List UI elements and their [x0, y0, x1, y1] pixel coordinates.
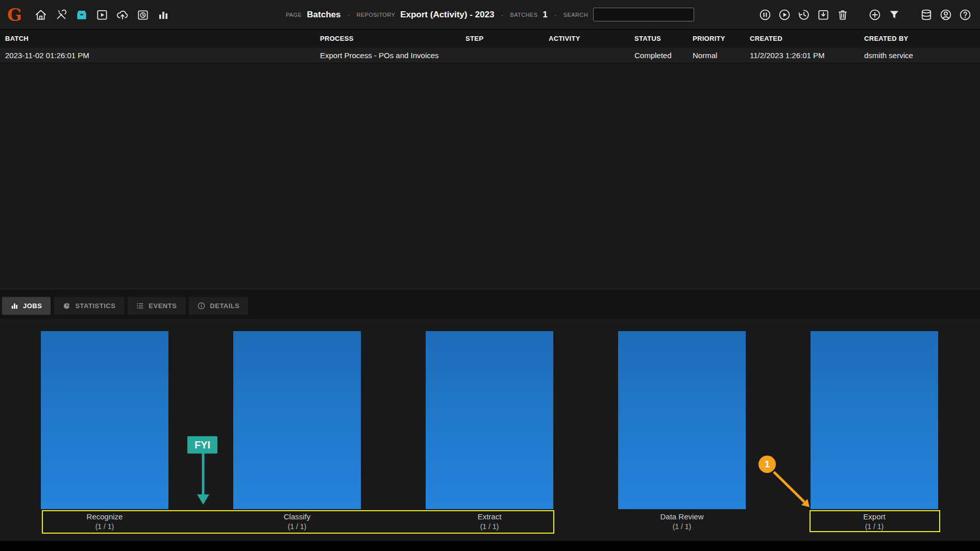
page-label: PAGE [286, 12, 302, 18]
grooper-logo[interactable]: G [7, 6, 22, 23]
job-bar[interactable] [41, 331, 168, 509]
cell-batch: 2023-11-02 01:26:01 PM [5, 51, 320, 60]
repositories-icon[interactable] [919, 7, 934, 22]
cloud-import-icon[interactable] [115, 7, 130, 22]
tools-icon[interactable] [54, 7, 69, 22]
play-icon[interactable] [777, 7, 792, 22]
column-header-process[interactable]: PROCESS [320, 35, 465, 42]
tab-label: STATISTICS [75, 302, 115, 310]
job-column-export: Export (1 / 1) [811, 331, 938, 531]
job-name: Export [811, 512, 938, 521]
batch-table-header: BATCH PROCESS STEP ACTIVITY STATUS PRIOR… [0, 30, 980, 47]
tab-label: DETAILS [210, 302, 239, 310]
tab-jobs[interactable]: JOBS [2, 297, 51, 315]
cell-process: Export Process - POs and Invoices [320, 51, 465, 60]
add-icon[interactable] [867, 7, 883, 22]
cell-status: Completed [634, 51, 693, 60]
main-nav [33, 7, 171, 22]
tab-events[interactable]: EVENTS [128, 297, 185, 315]
job-count: (1 / 1) [811, 522, 938, 531]
grooper-batches-screen: G [0, 0, 980, 551]
history-icon[interactable] [796, 7, 812, 22]
job-column-data-review: Data Review (1 / 1) [618, 331, 746, 531]
account-group [919, 7, 973, 22]
topbar-actions [757, 7, 973, 22]
job-name: Extract [426, 512, 553, 521]
fyi-arrow [197, 454, 209, 505]
bottom-strip [0, 541, 980, 551]
batches-count-value: 1 [543, 10, 547, 20]
stats-icon[interactable] [156, 7, 171, 22]
separator-dot: · [347, 10, 350, 19]
separator-dot: · [501, 10, 503, 19]
context-bar: PAGE Batches · REPOSITORY Export (Activi… [286, 8, 694, 21]
batches-icon[interactable] [74, 7, 89, 22]
job-bar[interactable] [618, 331, 746, 509]
topbar-left: G [7, 6, 171, 23]
bar-chart-icon [11, 302, 18, 310]
cell-created: 11/2/2023 1:26:01 PM [750, 51, 864, 60]
separator-dot: · [554, 10, 557, 19]
job-count: (1 / 1) [233, 522, 361, 531]
job-bar[interactable] [233, 331, 361, 509]
search-label: SEARCH [564, 12, 588, 18]
checkin-icon[interactable] [816, 7, 831, 22]
job-count: (1 / 1) [41, 522, 168, 531]
column-header-status[interactable]: STATUS [634, 35, 693, 42]
job-count: (1 / 1) [618, 522, 746, 531]
batch-list-empty-area [0, 63, 980, 289]
scheduled-icon[interactable] [135, 7, 151, 22]
job-name: Data Review [618, 512, 746, 521]
fyi-annotation-badge: FYI [187, 436, 217, 454]
column-header-activity[interactable]: ACTIVITY [549, 35, 634, 42]
batches-count-label: BATCHES [510, 12, 537, 18]
pie-chart-icon [63, 302, 70, 310]
step-number-badge: 1 [758, 456, 776, 473]
jobs-icon[interactable] [94, 7, 110, 22]
repository-label: REPOSITORY [356, 12, 395, 18]
page-value[interactable]: Batches [307, 10, 340, 20]
cell-created-by: dsmith service [864, 51, 980, 60]
jobs-panel: Recognize (1 / 1) Classify (1 / 1) Extra… [0, 319, 980, 541]
column-header-step[interactable]: STEP [465, 35, 549, 42]
delete-icon[interactable] [835, 7, 850, 22]
topbar: G [0, 0, 980, 30]
step1-arrow [774, 472, 810, 507]
tab-label: EVENTS [149, 302, 177, 310]
job-column-classify: Classify (1 / 1) [233, 331, 361, 531]
user-icon[interactable] [938, 7, 953, 22]
column-header-created-by[interactable]: CREATED BY [864, 35, 980, 42]
help-icon[interactable] [958, 7, 973, 22]
column-header-created[interactable]: CREATED [750, 35, 864, 42]
job-count: (1 / 1) [426, 522, 553, 531]
add-filter-group [867, 7, 902, 22]
job-name: Recognize [41, 512, 168, 521]
info-icon [198, 302, 205, 310]
filter-icon[interactable] [887, 7, 902, 22]
detail-tabbar: JOBS STATISTICS EVENTS [0, 289, 980, 319]
job-column-recognize: Recognize (1 / 1) [41, 331, 168, 531]
batch-row[interactable]: 2023-11-02 01:26:01 PM Export Process - … [0, 47, 980, 63]
job-column-extract: Extract (1 / 1) [426, 331, 553, 531]
tab-details[interactable]: DETAILS [189, 297, 248, 315]
job-bar[interactable] [811, 331, 938, 509]
column-header-batch[interactable]: BATCH [5, 35, 320, 42]
job-bar[interactable] [426, 331, 553, 509]
column-header-priority[interactable]: PRIORITY [693, 35, 750, 42]
cell-priority: Normal [693, 51, 750, 60]
home-icon[interactable] [33, 7, 48, 22]
search-input[interactable] [593, 8, 694, 21]
job-name: Classify [233, 512, 361, 521]
repository-value[interactable]: Export (Activity) - 2023 [400, 10, 494, 20]
pause-icon[interactable] [757, 7, 773, 22]
tab-label: JOBS [23, 302, 42, 310]
batch-control-group [757, 7, 850, 22]
list-icon [136, 302, 144, 310]
tab-statistics[interactable]: STATISTICS [54, 297, 124, 315]
